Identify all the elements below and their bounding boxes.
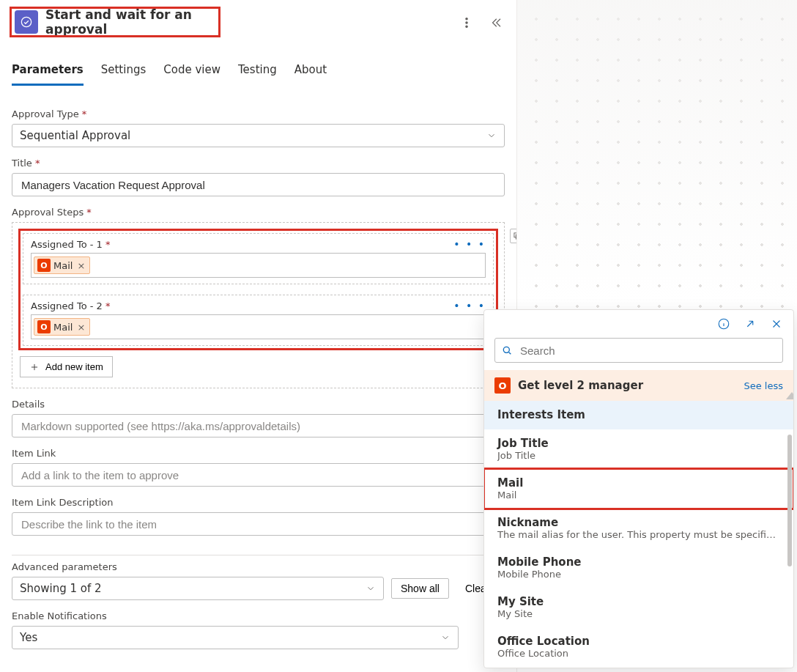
step-1-label: Assigned To - 1 bbox=[31, 239, 110, 250]
picker-header bbox=[484, 310, 793, 333]
canvas-fade bbox=[517, 0, 797, 308]
separator bbox=[12, 555, 505, 555]
collapse-button[interactable] bbox=[486, 13, 505, 34]
picker-item-office[interactable]: Office Location Office Location bbox=[484, 627, 793, 667]
chevron-down-icon bbox=[440, 632, 451, 643]
picker-item-interests[interactable]: Interests Item bbox=[484, 401, 793, 429]
step-1: Assigned To - 1 • • • O Mail × bbox=[23, 233, 494, 284]
approval-type-select[interactable]: Sequential Approval bbox=[12, 124, 505, 147]
pi-desc: Mobile Phone bbox=[497, 569, 780, 580]
pi-title: My Site bbox=[497, 595, 780, 608]
step-1-token-label: Mail bbox=[53, 260, 73, 271]
svg-point-3 bbox=[466, 26, 467, 27]
chevron-down-icon bbox=[486, 130, 497, 141]
tab-codeview[interactable]: Code view bbox=[163, 59, 220, 86]
chevron-down-icon bbox=[366, 583, 376, 594]
item-link-desc-input-wrap[interactable] bbox=[12, 512, 505, 536]
pi-desc: My Site bbox=[497, 608, 780, 619]
picker-item-mobile[interactable]: Mobile Phone Mobile Phone bbox=[484, 548, 793, 588]
step-1-input[interactable]: O Mail × bbox=[31, 253, 486, 278]
title-input-wrap[interactable] bbox=[12, 173, 505, 196]
tab-about[interactable]: About bbox=[294, 59, 327, 86]
picker-search[interactable] bbox=[494, 338, 783, 363]
label-approval-type: Approval Type bbox=[12, 108, 505, 119]
picker-list: Interests Item Job Title Job Title Mail … bbox=[484, 401, 793, 668]
picker-search-input[interactable] bbox=[519, 344, 776, 358]
details-input-wrap[interactable] bbox=[12, 414, 505, 437]
advanced-select[interactable]: Showing 1 of 2 bbox=[12, 577, 384, 600]
tab-bar: Parameters Settings Code view Testing Ab… bbox=[12, 59, 505, 86]
close-icon[interactable] bbox=[770, 317, 783, 331]
step-1-token-remove[interactable]: × bbox=[75, 260, 86, 271]
details-input[interactable] bbox=[20, 419, 497, 433]
step-2-token-label: Mail bbox=[53, 322, 73, 333]
advanced-row: Showing 1 of 2 Show all Clear bbox=[12, 577, 505, 600]
svg-point-2 bbox=[466, 22, 467, 23]
pi-title: Nickname bbox=[497, 516, 780, 529]
item-link-input-wrap[interactable] bbox=[12, 463, 505, 487]
dynamic-content-picker: O Get level 2 manager See less Interests… bbox=[483, 309, 794, 668]
step-1-menu[interactable]: • • • bbox=[453, 238, 486, 250]
item-link-input[interactable] bbox=[20, 468, 497, 482]
tab-parameters[interactable]: Parameters bbox=[12, 59, 84, 86]
pi-title: Mail bbox=[497, 476, 780, 490]
parameters-form: Approval Type Sequential Approval Title … bbox=[12, 100, 505, 668]
approval-type-value: Sequential Approval bbox=[20, 129, 130, 142]
label-item-link-desc: Item Link Description bbox=[12, 497, 505, 508]
item-link-desc-input[interactable] bbox=[20, 517, 497, 531]
see-less-link[interactable]: See less bbox=[744, 380, 783, 391]
office-icon: O bbox=[494, 377, 511, 394]
pi-title: Mobile Phone bbox=[497, 555, 780, 569]
pi-title: Interests Item bbox=[497, 408, 780, 421]
step-2-input[interactable]: O Mail × bbox=[31, 314, 486, 339]
tab-testing[interactable]: Testing bbox=[238, 59, 277, 86]
step-2-token-remove[interactable]: × bbox=[75, 322, 86, 333]
picker-item-nickname[interactable]: Nickname The mail alias for the user. Th… bbox=[484, 509, 793, 548]
picker-item-jobtitle[interactable]: Job Title Job Title bbox=[484, 429, 793, 469]
more-button[interactable] bbox=[457, 13, 476, 34]
step-2-token[interactable]: O Mail × bbox=[34, 318, 90, 336]
pi-desc: The mail alias for the user. This proper… bbox=[497, 529, 780, 540]
steps-highlight: Assigned To - 1 • • • O Mail × Assign bbox=[20, 230, 497, 349]
svg-point-0 bbox=[21, 17, 31, 26]
advanced-showing: Showing 1 of 2 bbox=[20, 582, 102, 595]
pi-desc: Mail bbox=[497, 490, 780, 501]
label-advanced: Advanced parameters bbox=[12, 561, 505, 572]
office-icon: O bbox=[37, 259, 51, 272]
scrollbar-thumb[interactable] bbox=[787, 435, 792, 566]
enable-notifications-select[interactable]: Yes bbox=[12, 626, 459, 649]
card-title: Start and wait for an approval bbox=[45, 7, 215, 37]
pi-title: Office Location bbox=[497, 635, 780, 648]
search-icon bbox=[501, 344, 513, 356]
step-2-label: Assigned To - 2 bbox=[31, 300, 110, 311]
svg-point-1 bbox=[466, 18, 467, 20]
expand-icon[interactable] bbox=[744, 317, 757, 331]
show-all-button[interactable]: Show all bbox=[391, 578, 449, 599]
picker-item-mysite[interactable]: My Site My Site bbox=[484, 588, 793, 627]
picker-item-mail[interactable]: Mail Mail bbox=[484, 469, 793, 509]
picker-source-label: Get level 2 manager bbox=[518, 379, 643, 392]
picker-source[interactable]: O Get level 2 manager See less bbox=[484, 370, 793, 401]
enable-notifications-value: Yes bbox=[20, 631, 37, 644]
pi-title: Job Title bbox=[497, 437, 780, 450]
tab-settings[interactable]: Settings bbox=[101, 59, 147, 86]
add-item-button[interactable]: Add new item bbox=[20, 356, 113, 377]
label-item-link: Item Link bbox=[12, 448, 505, 459]
pi-desc: Job Title bbox=[497, 450, 780, 461]
svg-point-7 bbox=[503, 347, 509, 352]
step-2: Assigned To - 2 • • • O Mail × bbox=[23, 295, 494, 346]
header-actions bbox=[457, 13, 505, 34]
pi-desc: Office Location bbox=[497, 648, 780, 659]
step-2-menu[interactable]: • • • bbox=[453, 300, 486, 311]
title-input[interactable] bbox=[20, 178, 497, 192]
label-enable-notifications: Enable Notifications bbox=[12, 610, 505, 621]
label-details: Details bbox=[12, 399, 505, 410]
step-1-token[interactable]: O Mail × bbox=[34, 256, 90, 274]
info-icon[interactable] bbox=[717, 317, 730, 331]
picker-caret-icon bbox=[786, 392, 794, 399]
label-approval-steps: Approval Steps bbox=[12, 207, 505, 218]
card-header: Start and wait for an approval bbox=[12, 9, 218, 35]
label-title: Title bbox=[12, 158, 505, 169]
plus-icon bbox=[29, 362, 40, 372]
approval-steps-box: Assigned To - 1 • • • O Mail × Assign bbox=[12, 222, 505, 388]
